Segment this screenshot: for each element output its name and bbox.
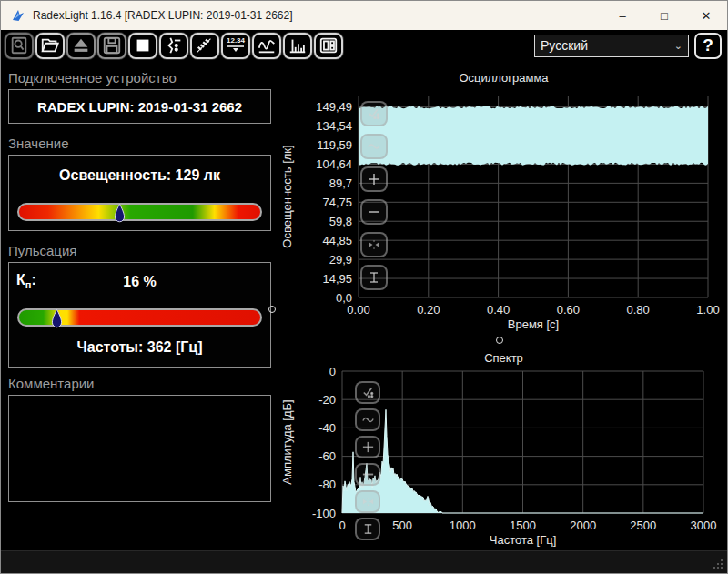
svg-text:0.60: 0.60 [557,303,580,317]
spectrum-chart[interactable]: Спектр0500100015002000250030000-20-40-60… [278,345,728,549]
svg-text:-60: -60 [318,449,336,463]
chart-zoom-out-button[interactable] [355,463,380,486]
chart-wave-style-button[interactable] [355,408,380,431]
svg-text:0.40: 0.40 [487,303,510,317]
svg-text:-40: -40 [318,421,336,435]
autoscale-check-icon [367,106,381,121]
app-window: RadexLight 1.16.4 [RADEX LUPIN: 2019-01-… [0,0,728,574]
svg-text:1000: 1000 [450,519,476,532]
chevron-down-icon: ⌄ [674,40,682,52]
toolbar-spectrum-view-button[interactable] [283,33,312,59]
window-controls: – □ ✕ [602,1,727,30]
svg-text:1500: 1500 [510,519,536,532]
svg-text:119,59: 119,59 [317,138,352,152]
toolbar: 12.34 Русский [1,30,727,61]
minimize-button[interactable]: – [602,1,643,30]
value-section-label: Значение [8,136,271,151]
illuminance-gauge-marker [114,203,126,224]
pulsation-gauge [17,308,262,327]
svg-text:Амплитуда [дБ]: Амплитуда [дБ] [280,399,294,484]
svg-text:44,85: 44,85 [322,234,352,247]
chart-zoom-in-button[interactable] [360,166,388,192]
line-chart-icon [257,35,277,55]
toolbar-stop-button[interactable] [128,33,157,59]
toolbar-preview-button[interactable] [5,33,34,59]
eject-icon [71,35,91,55]
histogram-icon [288,35,308,55]
app-logo-icon [11,8,25,23]
autoscale-check-icon [361,386,375,399]
close-button[interactable]: ✕ [685,1,727,30]
toolbar-pulsation-button[interactable] [190,33,219,59]
horizontal-splitter-handle[interactable] [496,337,503,344]
minus-icon [367,205,381,219]
svg-text:Частота [Гц]: Частота [Гц] [490,533,557,547]
svg-text:Время [с]: Время [с] [508,317,559,331]
comments-input[interactable] [8,395,271,502]
resize-grip[interactable] [712,558,723,569]
device-name: RADEX LUPIN: 2019-01-31 2662 [37,99,242,115]
chart-zoom-in-button[interactable] [355,436,380,458]
chart-fit-vertical-button[interactable] [360,265,388,290]
spectrum-controls [355,381,380,545]
kp-row: Кп: 16 % [16,272,263,292]
svg-text:89,7: 89,7 [329,176,352,190]
chart-autoscale-button[interactable] [355,381,380,404]
svg-text:0.20: 0.20 [417,303,440,317]
wave-icon [367,139,381,154]
layout-panels-icon [318,35,339,55]
main-content: Подключенное устройство RADEX LUPIN: 201… [1,61,727,550]
svg-text:14,95: 14,95 [322,272,352,286]
oscillogram-plot[interactable]: Осциллограмма0.000.200.400.600.801.00149… [278,65,728,334]
chart-fit-horizontal-button[interactable] [355,490,380,513]
chart-zoom-out-button[interactable] [360,199,388,225]
plus-icon [361,440,375,454]
numeric-underline-icon [227,45,245,54]
vertical-splitter-handle[interactable] [268,306,276,313]
fit-vertical-icon [367,270,381,285]
plus-icon [367,172,381,186]
svg-text:29,9: 29,9 [329,253,352,267]
open-folder-icon [40,35,60,55]
magnifier-document-icon [9,35,29,55]
svg-text:Осциллограмма: Осциллограмма [459,71,549,85]
chart-fit-vertical-button[interactable] [355,518,380,540]
droplet-icon [114,203,126,224]
illuminance-gauge [17,203,262,221]
help-button[interactable]: ? [694,33,722,59]
toolbar-numeric-display-button[interactable]: 12.34 [221,33,250,59]
toolbar-save-button[interactable] [97,33,126,59]
toolbar-eject-device-button[interactable] [66,33,96,59]
toolbar-layout-button[interactable] [314,33,343,59]
svg-text:0.00: 0.00 [347,303,369,317]
status-bar [1,550,727,573]
svg-text:Спектр: Спектр [484,351,523,365]
device-section-label: Подключенное устройство [8,70,271,86]
oscillogram-chart[interactable]: Осциллограмма0.000.200.400.600.801.00149… [278,65,728,334]
language-select[interactable]: Русский ⌄ [534,35,689,57]
fit-vertical-icon [361,522,375,536]
illuminance-reading: Освещенность: 129 лк [9,167,270,184]
window-title: RadexLight 1.16.4 [RADEX LUPIN: 2019-01-… [33,9,293,22]
toolbar-oscillogram-view-button[interactable] [252,33,281,59]
maximize-button[interactable]: □ [643,1,685,30]
spectrum-plot[interactable]: Спектр0500100015002000250030000-20-40-60… [278,345,728,549]
chart-autoscale-button[interactable] [360,101,388,126]
toolbar-open-file-button[interactable] [35,33,65,59]
chart-fit-horizontal-button[interactable] [360,232,388,257]
numeric-icon-text: 12.34 [227,37,245,45]
chart-wave-style-button[interactable] [360,134,388,159]
language-select-value: Русский [541,38,588,53]
frequency-reading: Частоты: 362 [Гц] [9,339,270,356]
numeric-display-icon: 12.34 [227,37,245,54]
svg-text:0: 0 [329,365,336,378]
droplet-icon [51,308,63,329]
svg-text:74,75: 74,75 [322,196,352,209]
svg-text:500: 500 [392,519,412,532]
svg-text:59,8: 59,8 [329,215,352,228]
svg-text:3000: 3000 [691,519,717,532]
svg-text:Освещенность [лк]: Освещенность [лк] [280,145,294,247]
fit-horizontal-icon [361,495,375,509]
comments-section-label: Комментарии [8,376,271,391]
toolbar-record-signal-button[interactable] [159,33,188,59]
